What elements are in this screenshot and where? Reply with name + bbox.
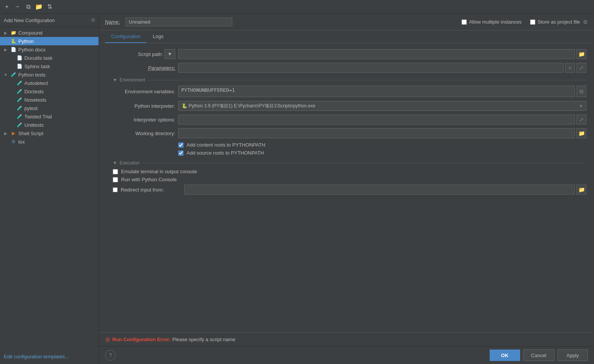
expand-param-btn[interactable]: ⤢ [576,63,586,73]
sphinx-icon: 📄 [16,63,22,69]
emulate-terminal-checkbox[interactable] [113,169,118,174]
exec-section-line [142,163,586,163]
python-interpreter-dropdown[interactable]: 🐍 Python 3.9 (PY项目1) E:\Pycharm\PY项目1\Sc… [178,101,586,111]
sidebar-item-doctests[interactable]: ▶ 🧪 Doctests [0,87,99,96]
tests-icon: 🧪 [10,72,16,78]
tabs-bar: Configuration Logs [99,30,594,43]
copy-icon[interactable]: ⧉ [24,3,32,11]
sidebar-item-twisted-trial[interactable]: ▶ 🧪 Twisted Trial [0,112,99,121]
interpreter-options-wrap: ⤢ [178,115,586,125]
chevron-icon-docs: ▶ [3,47,8,52]
sidebar-item-python[interactable]: ▶ 🐍 Python [0,37,99,45]
settings-gear-icon[interactable]: ⚙ [583,19,588,25]
docutils-icon: 📄 [16,55,22,61]
tab-logs[interactable]: Logs [147,30,169,43]
script-path-row: Script path: ▼ 📁 [107,49,586,59]
allow-multiple-checkbox-item[interactable]: Allow multiple instances [461,19,522,25]
sort-icon[interactable]: ⇅ [46,3,53,11]
bottom-left: ? [105,350,116,361]
sidebar-item-python-tests[interactable]: ▼ 🧪 Python tests [0,70,99,79]
sidebar-item-nosetests[interactable]: ▶ 🧪 Nosetests [0,96,99,104]
env-copy-btn[interactable]: ⧉ [576,86,586,97]
tox-icon: ⚙ [10,139,16,145]
env-vars-label: Environment variables: [107,89,175,94]
name-label: Name: [105,19,120,25]
name-input[interactable] [126,18,232,26]
script-path-dropdown-btn[interactable]: ▼ [164,49,175,59]
sidebar-item-tox[interactable]: ▶ ⚙ tox [0,137,99,146]
redirect-folder-btn[interactable]: 📁 [576,185,586,195]
sidebar-item-sphinx[interactable]: ▶ 📄 Sphinx task [0,62,99,70]
main-area: Add New Configuration ≡ ▶ 📁 Compound ▶ 🐍… [0,14,594,364]
add-content-roots-label: Add content roots to PYTHONPATH [187,142,265,148]
interpreter-options-row: Interpreter options: ⤢ [107,115,586,125]
chevron-icon: ▶ [3,30,8,35]
redirect-input-label: Redirect input from: [121,187,164,193]
store-project-checkbox-item[interactable]: Store as project file ⚙ [530,19,588,25]
run-python-console-checkbox[interactable] [113,177,118,182]
chevron-icon-tests: ▼ [3,72,8,77]
redirect-input-field[interactable] [184,185,575,195]
twisted-icon: 🧪 [16,113,22,120]
script-path-input[interactable] [178,49,575,59]
parameters-input[interactable] [178,63,564,73]
add-source-roots-checkbox[interactable] [178,150,184,156]
collapse-icon[interactable]: ≡ [91,17,95,24]
left-panel: Add New Configuration ≡ ▶ 📁 Compound ▶ 🐍… [0,14,99,364]
run-python-console-row: Run with Python Console [113,177,586,182]
interpreter-value: 🐍 Python 3.9 (PY项目1) E:\Pycharm\PY项目1\Sc… [182,103,577,109]
parameters-label: Parameters: [107,65,175,71]
apply-button[interactable]: Apply [557,350,588,361]
shell-icon: ▶ [10,130,16,136]
execution-section-header: ▼ Execution [107,160,586,166]
edit-templates-link[interactable]: Edit configuration templates... [0,349,99,364]
chevron-icon-shell: ▶ [3,131,8,136]
sidebar-item-python-docs[interactable]: ▶ 📄 Python docs [0,45,99,54]
cancel-button[interactable]: Cancel [523,350,554,361]
env-collapse-arrow[interactable]: ▼ [113,77,117,83]
tab-configuration[interactable]: Configuration [105,30,147,43]
add-content-roots-checkbox[interactable] [178,142,184,148]
add-content-roots-row: Add content roots to PYTHONPATH [178,142,586,148]
sidebar-item-shell-script[interactable]: ▶ ▶ Shell Script [0,129,99,137]
store-project-checkbox[interactable] [530,19,535,25]
nosetests-icon: 🧪 [16,97,22,103]
interpreter-options-label: Interpreter options: [107,117,175,123]
folder-icon[interactable]: 📁 [35,3,43,11]
toolbar: + − ⧉ 📁 ⇅ [0,0,594,14]
content-area: Script path: ▼ 📁 Parameters: + ⤢ [99,43,594,332]
redirect-input-row: Redirect input from: 📁 [107,185,586,195]
working-dir-input[interactable] [178,128,575,138]
allow-multiple-checkbox[interactable] [461,19,467,25]
sidebar-item-compound[interactable]: ▶ 📁 Compound [0,29,99,37]
parameters-row: Parameters: + ⤢ [107,63,586,73]
sidebar-item-docutils[interactable]: ▶ 📄 Docutils task [0,54,99,62]
help-button[interactable]: ? [105,350,116,361]
store-project-label: Store as project file [538,19,580,25]
run-python-console-label: Run with Python Console [121,177,177,182]
script-path-label-wrap: Script path: ▼ [107,49,175,59]
working-dir-label: Working directory: [107,131,175,136]
env-vars-textarea[interactable]: PYTHONUNBUFFERED=1 [178,86,575,97]
script-path-label: Script path: [99,51,163,57]
error-text: Run Configuration Error: Please specify … [112,337,235,342]
sidebar-item-unittests[interactable]: ▶ 🧪 Unittests [0,121,99,129]
environment-label: Environment [120,77,145,83]
autodetect-icon: 🧪 [16,80,22,86]
sidebar-item-autodetect[interactable]: ▶ 🧪 Autodetect [0,79,99,87]
add-icon[interactable]: + [3,3,11,11]
sidebar-item-pytest[interactable]: ▶ 🧪 pytest [0,104,99,112]
interpreter-expand-btn[interactable]: ⤢ [576,115,586,125]
ok-button[interactable]: OK [490,350,520,361]
interpreter-options-input[interactable] [178,115,575,125]
working-dir-wrap: 📁 [178,128,586,138]
redirect-input-checkbox[interactable] [113,187,118,192]
minus-icon[interactable]: − [14,3,21,11]
add-param-btn[interactable]: + [565,63,575,73]
bottom-bar: ? OK Cancel Apply [99,346,594,364]
exec-collapse-arrow[interactable]: ▼ [113,160,117,166]
redirect-input-wrap: 📁 [184,185,586,195]
working-dir-folder-btn[interactable]: 📁 [576,128,586,138]
doctests-icon: 🧪 [16,88,22,94]
script-path-folder-btn[interactable]: 📁 [576,49,586,59]
